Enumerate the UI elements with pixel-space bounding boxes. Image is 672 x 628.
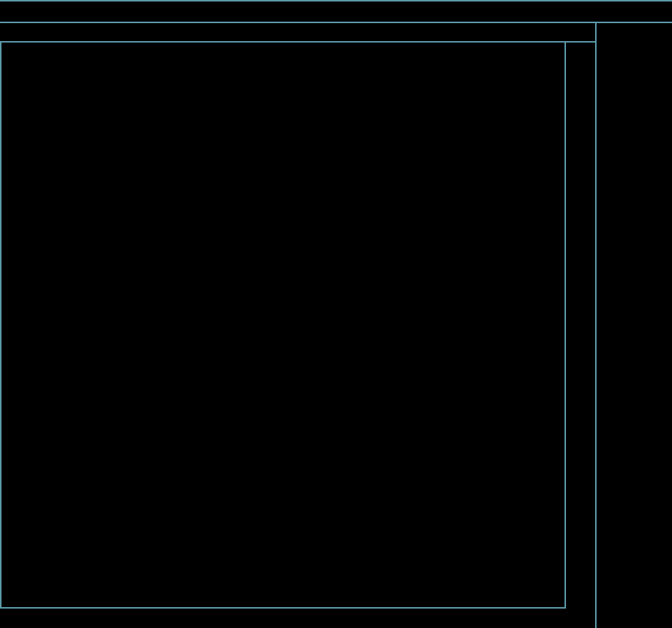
radar-viewer-window	[0, 0, 672, 628]
legend-divider	[595, 22, 597, 628]
map-canvas[interactable]	[1, 43, 564, 607]
map-right-border	[564, 43, 566, 609]
info-bar	[0, 23, 595, 41]
map-bottom-border	[0, 607, 566, 609]
title-bar	[0, 1, 672, 22]
map-left-border	[0, 43, 1, 609]
